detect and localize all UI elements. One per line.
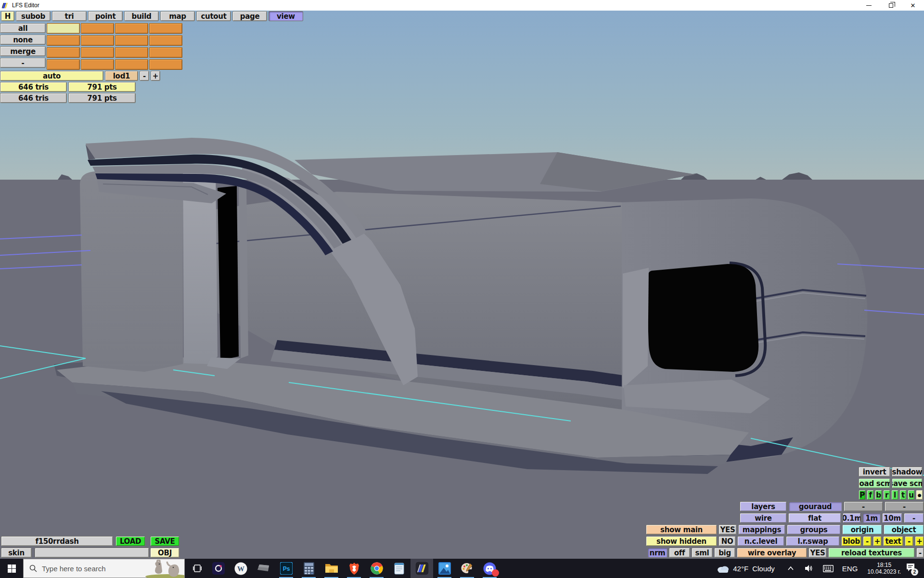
wire-overlay-button[interactable]: wire overlay: [737, 548, 807, 558]
taskbar-app-discord[interactable]: [478, 559, 501, 578]
invert-button[interactable]: invert: [859, 467, 890, 477]
close-button[interactable]: ✕: [902, 0, 924, 11]
reload-dash-button[interactable]: -: [916, 548, 924, 558]
merge-button[interactable]: merge: [0, 46, 46, 56]
model-filename-field[interactable]: f150rrdash: [1, 536, 113, 546]
task-view-button[interactable]: [188, 559, 207, 578]
save-button[interactable]: SAVE: [150, 536, 180, 546]
taskbar-app-touchpad[interactable]: [252, 559, 275, 578]
taskbar-app-photoshop[interactable]: Ps: [275, 559, 297, 578]
grid-cell[interactable]: [47, 59, 80, 70]
grid-cell[interactable]: [81, 59, 114, 70]
lr-swap-button[interactable]: l.r.swap: [786, 536, 840, 546]
scale-10m-button[interactable]: 10m: [882, 513, 902, 523]
taskbar-app-paint[interactable]: [456, 559, 478, 578]
wire-overlay-value[interactable]: YES: [808, 548, 827, 558]
text-button[interactable]: text: [883, 536, 903, 546]
tray-chevron-up-icon[interactable]: [787, 566, 794, 571]
skin-name-field[interactable]: [35, 548, 149, 558]
blob-button[interactable]: blob: [841, 536, 861, 546]
load-button[interactable]: LOAD: [116, 536, 145, 546]
auto-lod-button[interactable]: auto: [0, 71, 103, 81]
grid-cell[interactable]: [47, 47, 80, 58]
flag-t-button[interactable]: t: [899, 490, 907, 500]
taskbar-app-w[interactable]: W: [230, 559, 252, 578]
flag-dot-button[interactable]: ●: [916, 490, 923, 500]
taskbar-app-brave[interactable]: [343, 559, 365, 578]
flag-r-button[interactable]: r: [883, 490, 890, 500]
menu-item-point[interactable]: point: [88, 11, 123, 21]
nrm-big-button[interactable]: big: [714, 548, 735, 558]
grid-cell[interactable]: [149, 23, 182, 34]
text-minus-button[interactable]: -: [905, 536, 913, 546]
grid-cell[interactable]: [47, 35, 80, 46]
menu-item-cutout[interactable]: cutout: [196, 11, 231, 21]
action-center-button[interactable]: 2: [906, 563, 915, 574]
weather-temperature[interactable]: 42°F: [733, 565, 748, 573]
menu-item-page[interactable]: page: [232, 11, 267, 21]
scale-1m-button[interactable]: 1m: [862, 513, 881, 523]
volume-icon[interactable]: [805, 565, 813, 572]
taskbar-app-file-explorer[interactable]: [320, 559, 343, 578]
reload-textures-button[interactable]: reload textures: [828, 548, 915, 558]
scale-01m-button[interactable]: 0.1m: [843, 513, 861, 523]
load-scm-button[interactable]: load scm: [859, 478, 890, 488]
search-input[interactable]: [42, 565, 133, 573]
nrm-button[interactable]: nrm: [647, 548, 667, 558]
select-none-button[interactable]: none: [0, 35, 46, 45]
flat-button[interactable]: flat: [788, 513, 841, 523]
flag-p-button[interactable]: P: [859, 490, 866, 500]
show-main-value[interactable]: YES: [719, 525, 737, 535]
flag-b-button[interactable]: b: [875, 490, 882, 500]
minus-row-button[interactable]: -: [0, 58, 46, 68]
taskbar-app-chrome[interactable]: [365, 559, 388, 578]
blob-minus-button[interactable]: -: [863, 536, 872, 546]
show-hidden-button[interactable]: show hidden: [646, 536, 717, 546]
menu-item-h[interactable]: H: [1, 11, 14, 21]
show-main-button[interactable]: show main: [646, 525, 717, 535]
mappings-button[interactable]: mappings: [738, 525, 785, 535]
show-hidden-value[interactable]: NO: [719, 536, 736, 546]
taskbar-app-notepad[interactable]: [388, 559, 411, 578]
flag-u-button[interactable]: u: [908, 490, 915, 500]
menu-item-map[interactable]: map: [160, 11, 195, 21]
gouraud-button[interactable]: gouraud: [788, 501, 842, 512]
shadow-button[interactable]: shadow: [892, 467, 923, 477]
viewport-3d[interactable]: [0, 0, 924, 578]
clock[interactable]: 18:15 10.04.2023 г.: [867, 562, 901, 575]
nc-level-button[interactable]: n.c.level: [737, 536, 784, 546]
nrm-sml-button[interactable]: sml: [692, 548, 713, 558]
flag-f-button[interactable]: f: [867, 490, 874, 500]
dash-button-2[interactable]: -: [885, 501, 924, 512]
dash-button-1[interactable]: -: [844, 501, 883, 512]
grid-cell[interactable]: [149, 35, 182, 46]
minimize-button[interactable]: [858, 0, 880, 11]
taskbar-app-photos[interactable]: [433, 559, 456, 578]
wire-button[interactable]: wire: [740, 513, 787, 523]
grid-cell-selected[interactable]: [47, 23, 80, 34]
touch-keyboard-icon[interactable]: [823, 565, 834, 572]
grid-cell[interactable]: [149, 59, 182, 70]
lod-minus-button[interactable]: -: [140, 71, 149, 81]
grid-cell[interactable]: [149, 47, 182, 58]
menu-item-subob[interactable]: subob: [16, 11, 51, 21]
layers-button[interactable]: layers: [740, 501, 787, 512]
taskbar-app-ring[interactable]: [207, 559, 230, 578]
taskbar-app-calculator[interactable]: [297, 559, 320, 578]
text-plus-button[interactable]: +: [915, 536, 924, 546]
grid-cell[interactable]: [115, 59, 148, 70]
object-button[interactable]: object: [884, 525, 924, 535]
save-scm-button[interactable]: save scm: [892, 478, 923, 488]
blob-plus-button[interactable]: +: [873, 536, 882, 546]
menu-item-view[interactable]: view: [269, 11, 303, 21]
grid-cell[interactable]: [115, 23, 148, 34]
obj-export-button[interactable]: OBJ: [150, 548, 180, 558]
grid-cell[interactable]: [115, 47, 148, 58]
menu-item-tri[interactable]: tri: [52, 11, 87, 21]
select-all-button[interactable]: all: [0, 23, 46, 33]
language-indicator[interactable]: ENG: [842, 565, 858, 573]
grid-cell[interactable]: [115, 35, 148, 46]
weather-condition[interactable]: Cloudy: [752, 565, 775, 573]
grid-cell[interactable]: [81, 47, 114, 58]
origin-button[interactable]: origin: [842, 525, 882, 535]
